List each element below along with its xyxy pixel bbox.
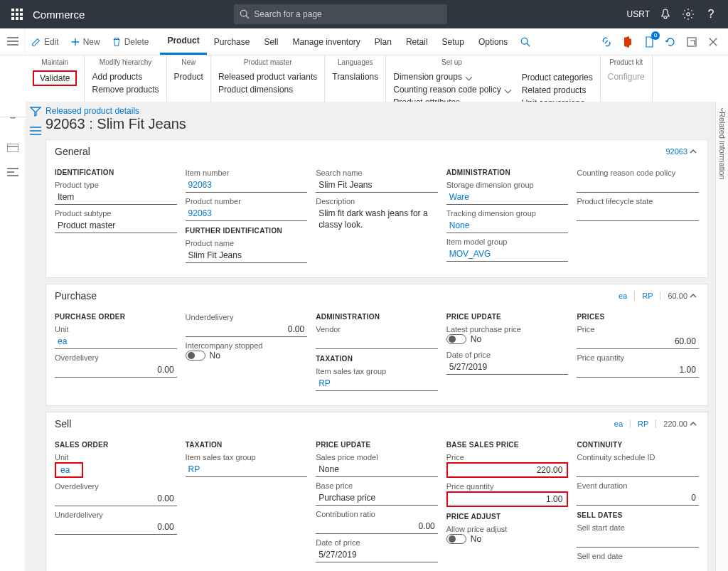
purchase-badge-price: 60.00 bbox=[668, 292, 687, 300]
tab-options[interactable]: Options bbox=[471, 29, 515, 55]
tab-purchase[interactable]: Purchase bbox=[207, 29, 257, 55]
product-number-field[interactable]: 92063 bbox=[186, 206, 308, 221]
refresh-icon[interactable] bbox=[661, 33, 680, 51]
spm-label: Sales price model bbox=[316, 453, 438, 461]
purchase-underdelivery-field[interactable]: 0.00 bbox=[186, 322, 308, 337]
chevron-up-icon bbox=[687, 146, 699, 157]
sdg-field[interactable]: Ware bbox=[446, 190, 569, 205]
link-icon[interactable] bbox=[597, 33, 616, 51]
continuity-hdr: CONTINUITY bbox=[577, 441, 699, 449]
lpp-toggle[interactable]: No bbox=[446, 334, 481, 344]
tab-plan[interactable]: Plan bbox=[368, 29, 399, 55]
tab-product[interactable]: Product bbox=[160, 29, 206, 55]
translations-button[interactable]: Translations bbox=[332, 70, 378, 83]
purchase-istg-field[interactable]: RP bbox=[316, 376, 438, 391]
sell-overdelivery-field[interactable]: 0.00 bbox=[55, 491, 177, 506]
office-icon[interactable] bbox=[619, 33, 637, 51]
cr-field[interactable]: 0.00 bbox=[316, 519, 438, 534]
svg-rect-2 bbox=[20, 9, 23, 11]
search-name-field[interactable]: Slim Fit Jeans bbox=[316, 178, 438, 193]
new-button[interactable]: New bbox=[65, 29, 106, 55]
configure-button[interactable]: Configure bbox=[608, 70, 645, 83]
module-icon-2[interactable] bbox=[3, 162, 23, 182]
variants-button[interactable]: Released product variants bbox=[218, 70, 317, 83]
purchase-dop-field[interactable]: 5/27/2019 bbox=[446, 360, 569, 375]
pls-field[interactable] bbox=[577, 206, 699, 221]
prices-hdr: PRICES bbox=[577, 313, 699, 321]
bell-icon[interactable] bbox=[654, 0, 677, 28]
related-products-button[interactable]: Related products bbox=[522, 84, 593, 97]
svg-line-10 bbox=[246, 16, 249, 18]
ed-field[interactable]: 0 bbox=[577, 491, 699, 506]
related-info-panel[interactable]: ‹ Related information bbox=[715, 102, 728, 571]
sed-field[interactable] bbox=[577, 561, 699, 571]
dimensions-button[interactable]: Product dimensions bbox=[218, 83, 317, 96]
tab-manage-inventory[interactable]: Manage inventory bbox=[285, 29, 367, 55]
help-icon[interactable]: ? bbox=[700, 0, 722, 28]
delete-button[interactable]: Delete bbox=[106, 29, 155, 55]
product-type-field[interactable]: Item bbox=[55, 190, 177, 205]
list-icon[interactable] bbox=[30, 127, 41, 137]
tdg-field[interactable]: None bbox=[446, 218, 569, 233]
add-products-button[interactable]: Add products bbox=[92, 70, 159, 83]
img-field[interactable]: MOV_AVG bbox=[446, 247, 569, 262]
product-name-field[interactable]: Slim Fit Jeans bbox=[186, 248, 308, 263]
command-search-icon[interactable] bbox=[515, 29, 536, 55]
crcp-field[interactable] bbox=[577, 178, 699, 193]
sell-price-field[interactable]: 220.00 bbox=[446, 462, 569, 478]
divider bbox=[655, 420, 656, 428]
sell-pq-field[interactable]: 1.00 bbox=[446, 491, 569, 507]
tab-retail[interactable]: Retail bbox=[399, 29, 435, 55]
waffle-icon[interactable] bbox=[6, 3, 28, 26]
purchase-header[interactable]: Purchase ea RP 60.00 bbox=[46, 284, 707, 307]
tab-setup[interactable]: Setup bbox=[435, 29, 471, 55]
purchase-unit-field[interactable]: ea bbox=[55, 334, 177, 349]
tab-sell[interactable]: Sell bbox=[257, 29, 285, 55]
dimension-groups-button[interactable]: Dimension groups bbox=[393, 70, 510, 83]
purchase-overdelivery-field[interactable]: 0.00 bbox=[55, 363, 177, 378]
divider bbox=[634, 292, 635, 300]
user-label[interactable]: USRT bbox=[623, 0, 654, 28]
bp-field[interactable]: Purchase price bbox=[316, 491, 438, 506]
sell-header[interactable]: Sell ea RP 220.00 bbox=[46, 412, 707, 435]
breadcrumb[interactable]: Released product details bbox=[46, 106, 139, 116]
sell-istg-field[interactable]: RP bbox=[186, 462, 308, 477]
csid-field[interactable] bbox=[577, 462, 699, 477]
filter-icon[interactable] bbox=[30, 106, 41, 119]
product-categories-button[interactable]: Product categories bbox=[522, 71, 593, 84]
item-number-field[interactable]: 92063 bbox=[186, 178, 308, 193]
document-icon[interactable]: 0 bbox=[640, 33, 658, 51]
intercompany-toggle[interactable]: No bbox=[186, 351, 220, 361]
product-subtype-field[interactable]: Product master bbox=[55, 218, 177, 233]
sell-unit-field[interactable]: ea bbox=[55, 462, 83, 478]
edit-button[interactable]: Edit bbox=[26, 29, 65, 55]
close-icon[interactable] bbox=[704, 33, 722, 51]
apa-toggle[interactable]: No bbox=[446, 534, 481, 544]
crcp-button[interactable]: Counting reason code policy bbox=[393, 83, 510, 96]
global-search[interactable]: Search for a page bbox=[234, 4, 447, 24]
svg-rect-4 bbox=[16, 13, 18, 16]
purchase-istg-label: Item sales tax group bbox=[316, 367, 438, 375]
sell-underdelivery-field[interactable]: 0.00 bbox=[55, 520, 177, 535]
ribbon-group-master-hdr: Product master bbox=[218, 58, 317, 66]
spm-field[interactable]: None bbox=[316, 462, 438, 477]
ssd-field[interactable] bbox=[577, 533, 699, 548]
purchase-price-field[interactable]: 60.00 bbox=[577, 334, 699, 349]
popout-icon[interactable] bbox=[682, 33, 701, 51]
vendor-field[interactable] bbox=[316, 334, 438, 349]
gear-icon[interactable] bbox=[677, 0, 700, 28]
general-header[interactable]: General 92063 bbox=[46, 140, 707, 163]
remove-products-button[interactable]: Remove products bbox=[92, 83, 159, 96]
product-button[interactable]: Product bbox=[174, 70, 203, 83]
svg-rect-5 bbox=[20, 13, 23, 16]
sell-dop-field[interactable]: 5/27/2019 bbox=[316, 548, 438, 562]
sell-pu-hdr: PRICE UPDATE bbox=[316, 441, 438, 449]
product-number-label: Product number bbox=[186, 197, 308, 206]
module-icon-1[interactable] bbox=[3, 138, 23, 158]
purchase-unit-label: Unit bbox=[55, 325, 177, 333]
purchase-admin-hdr: ADMINISTRATION bbox=[316, 313, 438, 321]
purchase-overdelivery-label: Overdelivery bbox=[55, 353, 177, 362]
description-field[interactable]: Slim fit dark wash jeans for a classy lo… bbox=[316, 206, 438, 233]
validate-button[interactable]: Validate bbox=[33, 70, 77, 86]
purchase-pq-field[interactable]: 1.00 bbox=[577, 363, 699, 378]
